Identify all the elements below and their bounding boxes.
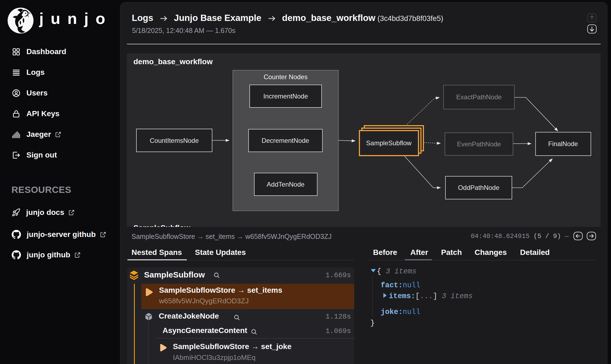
svg-text:FinalNode: FinalNode	[548, 140, 578, 147]
svg-text:OddPathNode: OddPathNode	[458, 184, 499, 191]
svg-text:demo_base_workflow: demo_base_workflow	[133, 57, 213, 66]
svg-text:ExactPathNode: ExactPathNode	[456, 93, 502, 101]
svg-text:AddTenNode: AddTenNode	[267, 181, 305, 188]
svg-text:CountItemsNode: CountItemsNode	[150, 137, 199, 144]
svg-text:IncrementNode: IncrementNode	[263, 92, 308, 100]
svg-text:SampleSubflow: SampleSubflow	[366, 139, 412, 147]
svg-text:DecrementNode: DecrementNode	[262, 137, 309, 144]
svg-text:EvenPathNode: EvenPathNode	[457, 140, 501, 148]
svg-text:Counter Nodes: Counter Nodes	[264, 73, 307, 81]
svg-text:SampleSubflow: SampleSubflow	[133, 224, 190, 227]
